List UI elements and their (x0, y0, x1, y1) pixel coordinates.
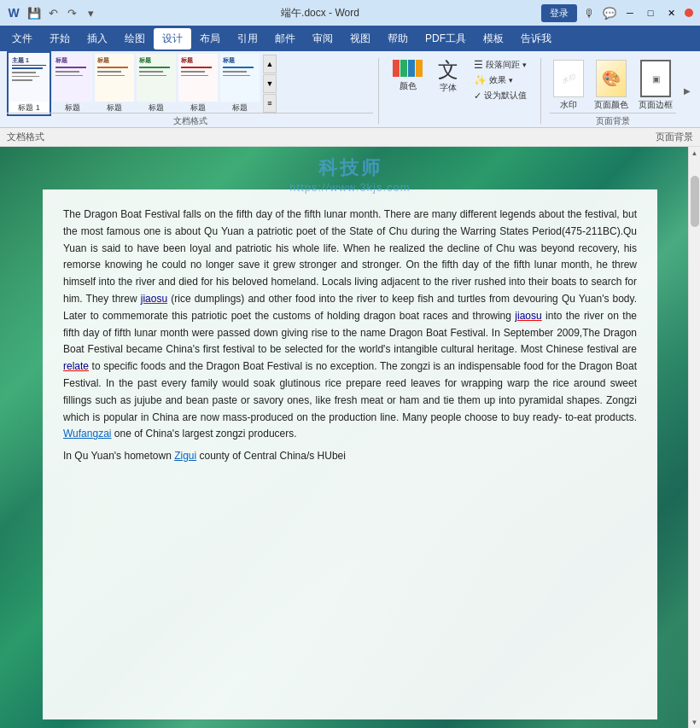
close-button[interactable]: ✕ (662, 4, 680, 21)
page-bg-group: 水印 水印 🎨 页面颜色 ▣ 页面边框 页面背景 (546, 55, 680, 127)
watermark-label: 水印 (560, 99, 577, 111)
word-icon: W (7, 6, 20, 20)
watermark-button[interactable]: 水印 水印 (550, 58, 587, 113)
menu-references[interactable]: 引用 (229, 28, 266, 50)
colors-button[interactable]: 颜色 (389, 58, 426, 94)
menu-bar: 文件 开始 插入 绘图 设计 布局 引用 邮件 审阅 视图 帮助 PDF工具 模… (0, 26, 700, 51)
theme-2[interactable]: 标题 标题 (52, 53, 93, 114)
effects-section: ☰ 段落间距 ▾ ✨ 效果 ▾ ✓ 设为默认值 (470, 58, 530, 102)
word-jiaosu-2: jiaosu (515, 310, 541, 322)
theme-scroll: ▲ ▼ ≡ (263, 55, 277, 113)
menu-review[interactable]: 审阅 (304, 28, 341, 50)
colors-label: 颜色 (400, 80, 417, 92)
menu-layout[interactable]: 布局 (191, 28, 229, 50)
title-text: 端午.docx - Word (281, 7, 359, 19)
section-bar: 文档格式 页面背景 (0, 128, 700, 147)
customize-qa-button[interactable]: ▾ (82, 4, 99, 21)
title-bar: W 💾 ↶ ↷ ▾ 端午.docx - Word 登录 🎙 💬 ─ □ ✕ (0, 0, 700, 26)
minimize-button[interactable]: ─ (621, 4, 639, 21)
scroll-down-arrow[interactable]: ▼ (689, 716, 701, 728)
menu-home[interactable]: 开始 (41, 28, 79, 50)
menu-draw[interactable]: 绘图 (116, 28, 154, 50)
effects-label: 效果 (489, 74, 506, 86)
menu-insert[interactable]: 插入 (79, 28, 116, 50)
doc-format-label: 文档格式 (7, 113, 373, 127)
quick-access-toolbar: 💾 ↶ ↷ ▾ (26, 4, 99, 21)
status-dot (685, 9, 693, 17)
save-button[interactable]: 💾 (26, 4, 43, 21)
page-color-label: 页面颜色 (594, 99, 628, 111)
document-container: 科技师 https://www.3kjs.com The Dragon Boat… (0, 147, 700, 728)
document-title: 端午.docx - Word (99, 6, 541, 20)
word-wufangzai: Wufangzai (63, 428, 111, 440)
set-default-button[interactable]: ✓ 设为默认值 (470, 89, 530, 102)
menu-help[interactable]: 帮助 (379, 28, 417, 50)
menu-view[interactable]: 视图 (341, 28, 379, 50)
theme-4[interactable]: 标题 标题 (136, 53, 177, 114)
para-spacing-label: 段落间距 (486, 59, 520, 71)
theme-scroll-down[interactable]: ▼ (263, 74, 277, 93)
title-bar-right: 登录 🎙 💬 ─ □ ✕ (541, 4, 693, 22)
page-color-button[interactable]: 🎨 页面颜色 (591, 58, 632, 113)
redo-button[interactable]: ↷ (63, 4, 80, 21)
paragraph-1: The Dragon Boat Festival falls on the fi… (63, 207, 637, 443)
theme-scroll-up[interactable]: ▲ (263, 55, 277, 73)
effects-button[interactable]: ✨ 效果 ▾ (470, 73, 530, 87)
scrollbar: ▲ ▼ (688, 147, 700, 728)
menu-pdf[interactable]: PDF工具 (417, 28, 475, 50)
title-bar-left: W 💾 ↶ ↷ ▾ (7, 4, 99, 21)
menu-template[interactable]: 模板 (475, 28, 512, 50)
set-default-label: 设为默认值 (484, 90, 527, 102)
word-zigui: Zigui (174, 450, 196, 462)
login-button[interactable]: 登录 (541, 4, 577, 22)
menu-file[interactable]: 文件 (3, 28, 41, 50)
document-text-area[interactable]: The Dragon Boat Festival falls on the fi… (43, 189, 657, 719)
undo-button[interactable]: ↶ (44, 4, 61, 21)
theme-3[interactable]: 标题 标题 (94, 53, 135, 114)
page-border-label: 页面边框 (639, 99, 673, 111)
theme-5[interactable]: 标题 标题 (178, 53, 219, 114)
theme-expand[interactable]: ≡ (263, 94, 277, 113)
page-border-button[interactable]: ▣ 页面边框 (635, 58, 676, 113)
menu-design[interactable]: 设计 (154, 28, 191, 50)
maximize-button[interactable]: □ (642, 4, 659, 21)
para-spacing-button[interactable]: ☰ 段落间距 ▾ (470, 58, 530, 72)
paragraph-2: In Qu Yuan's hometown Zigui county of Ce… (63, 448, 637, 465)
theme-options-group: 颜色 文 字体 ☰ 段落间距 ▾ ✨ 效果 ▾ ✓ (384, 55, 535, 127)
comments-button[interactable]: 💬 (601, 4, 618, 21)
word-jiaosu-1: jiaosu (141, 293, 167, 305)
theme-6[interactable]: 标题 标题 (219, 53, 260, 114)
menu-mailings[interactable]: 邮件 (266, 28, 304, 50)
font-button[interactable]: 文 字体 (431, 58, 465, 96)
menu-tellme[interactable]: 告诉我 (512, 28, 560, 50)
page-bg-label: 页面背景 (550, 113, 676, 127)
page-bg-section-label: 页面背景 (656, 131, 693, 143)
scroll-up-arrow[interactable]: ▲ (689, 147, 701, 159)
theme-gallery: 主题 1 标题 1 标题 标题 (7, 55, 260, 113)
scroll-thumb[interactable] (691, 176, 699, 227)
ribbon-display-button[interactable]: 🎙 (580, 4, 598, 21)
ribbon-scroll-right[interactable]: ▶ (681, 55, 693, 127)
doc-format-section-label: 文档格式 (7, 131, 44, 143)
word-relate: relate (63, 360, 89, 372)
font-label: 字体 (440, 82, 457, 94)
theme-1[interactable]: 主题 1 标题 1 (7, 51, 51, 116)
ribbon: 主题 1 标题 1 标题 标题 (0, 51, 700, 128)
